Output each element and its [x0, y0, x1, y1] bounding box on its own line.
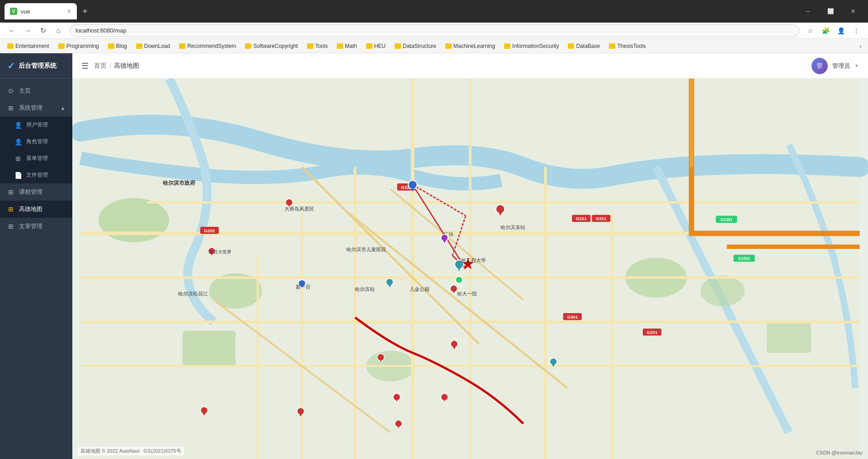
map-svg: G222 G221 G221 G301 G201 G202 G1001 G100… — [72, 79, 868, 459]
folder-icon — [58, 43, 65, 49]
svg-text:G1001: G1001 — [738, 256, 750, 261]
sidebar-item-map[interactable]: ⊞ 高德地图 — [0, 201, 72, 218]
folder-icon — [7, 43, 14, 49]
bookmark-thesistools[interactable]: ThesisTools — [605, 42, 649, 50]
home-button[interactable]: ⌂ — [52, 24, 65, 37]
system-icon: ⊞ — [7, 104, 14, 112]
bookmark-download[interactable]: DownLoad — [132, 42, 174, 50]
new-tab-button[interactable]: + — [79, 5, 91, 18]
svg-text:哈尔滨市政府: 哈尔滨市政府 — [163, 180, 196, 186]
sidebar-item-label: 课程管理 — [19, 188, 42, 196]
extension-icon[interactable]: 🧩 — [819, 24, 832, 37]
sidebar: ✓ 后台管理系统 ⊙ 主页 ⊞ 系统管理 ▲ 👤 用户管理 👤 角色管理 — [0, 53, 72, 459]
sidebar-item-label: 文章管理 — [19, 222, 42, 230]
forward-button[interactable]: → — [21, 24, 34, 37]
sidebar-item-articles[interactable]: ⊞ 文章管理 — [0, 218, 72, 235]
folder-icon — [179, 43, 185, 49]
bookmark-heu[interactable]: HEU — [363, 42, 389, 50]
folder-icon — [609, 43, 615, 49]
bookmark-programming[interactable]: Programming — [55, 42, 103, 50]
map-attribution-right: CSDN @IronmanJay — [816, 450, 863, 455]
svg-point-51 — [456, 276, 463, 284]
top-bar: ☰ 首页 / 高德地图 管 管理员 ▼ — [72, 53, 868, 79]
maximize-button[interactable]: ⬜ — [820, 5, 841, 18]
admin-dropdown-arrow[interactable]: ▼ — [854, 63, 859, 68]
folder-icon — [366, 43, 373, 49]
role-icon: 👤 — [14, 138, 22, 145]
nav-controls: ← → ↻ ⌂ — [5, 24, 65, 37]
hamburger-button[interactable]: ☰ — [81, 61, 89, 71]
folder-icon — [568, 43, 574, 49]
refresh-button[interactable]: ↻ — [36, 24, 50, 37]
bookmark-softwarecopyright[interactable]: SoftwareCopyright — [241, 42, 302, 50]
sidebar-item-label: 文件管理 — [26, 171, 48, 179]
svg-text:G221: G221 — [596, 216, 607, 221]
bookmark-blog[interactable]: Blog — [104, 42, 131, 50]
svg-text:大师岛风景区: 大师岛风景区 — [284, 206, 314, 211]
bookmark-math[interactable]: Math — [333, 42, 361, 50]
breadcrumb-separator: / — [109, 62, 111, 70]
svg-text:哈大一院: 哈大一院 — [457, 291, 477, 296]
svg-text:哈尔滨松花江: 哈尔滨松花江 — [178, 291, 208, 296]
avatar: 管 — [811, 58, 828, 74]
folder-icon — [337, 43, 343, 49]
sidebar-item-roles[interactable]: 👤 角色管理 — [0, 133, 72, 150]
svg-text:哈尔滨市儿童医院: 哈尔滨市儿童医院 — [346, 247, 386, 252]
close-button[interactable]: ✕ — [843, 5, 863, 18]
menu-icon: ⊞ — [14, 155, 22, 162]
svg-point-1 — [99, 198, 170, 242]
sidebar-item-menus[interactable]: ⊞ 菜单管理 — [0, 150, 72, 167]
active-tab[interactable]: V vue ✕ — [5, 3, 77, 19]
address-actions: ☆ 🧩 👤 ⋮ — [804, 24, 863, 37]
map-attribution: 高德地图 © 2022 AutoNavi · GS(2021)6375号 — [78, 447, 184, 455]
star-icon[interactable]: ☆ — [804, 24, 816, 37]
svg-text:哈尔滨站: 哈尔滨站 — [355, 286, 375, 292]
sidebar-item-files[interactable]: 📄 文件管理 — [0, 167, 72, 183]
bookmarks-more-button[interactable]: › — [857, 42, 864, 51]
minimize-button[interactable]: ─ — [797, 5, 818, 18]
folder-icon — [108, 43, 114, 49]
map-container[interactable]: G222 G221 G221 G301 G201 G202 G1001 G100… — [72, 79, 868, 459]
sidebar-logo: ✓ 后台管理系统 — [0, 53, 72, 79]
sidebar-item-users[interactable]: 👤 用户管理 — [0, 117, 72, 133]
bookmark-informationsecurity[interactable]: InformationSecurity — [500, 42, 562, 50]
map-icon: ⊞ — [7, 206, 14, 213]
sidebar-menu: ⊙ 主页 ⊞ 系统管理 ▲ 👤 用户管理 👤 角色管理 ⊞ 菜单管 — [0, 79, 72, 459]
window-controls: ─ ⬜ ✕ — [797, 5, 863, 18]
home-icon: ⊙ — [7, 87, 14, 94]
expand-arrow: ▲ — [61, 106, 65, 111]
tab-close-button[interactable]: ✕ — [67, 8, 71, 14]
folder-icon — [395, 43, 401, 49]
bookmark-machinelearning[interactable]: MachineLearning — [442, 42, 499, 50]
svg-text:广场: 广场 — [443, 231, 453, 237]
bookmark-tools[interactable]: Tools — [303, 42, 331, 50]
sidebar-item-home[interactable]: ⊙ 主页 — [0, 82, 72, 99]
sidebar-item-label: 角色管理 — [26, 138, 48, 145]
svg-text:G201: G201 — [646, 330, 657, 335]
svg-point-5 — [700, 276, 745, 307]
browser-chrome: V vue ✕ + ─ ⬜ ✕ — [0, 0, 868, 23]
svg-rect-6 — [767, 322, 811, 353]
sidebar-item-courses[interactable]: ⊞ 课程管理 — [0, 183, 72, 201]
bookmark-recommendsystem[interactable]: RecommendSystem — [175, 42, 240, 50]
bookmark-entertainment[interactable]: Entertainment — [4, 42, 53, 50]
sidebar-item-label: 主页 — [19, 87, 31, 95]
tab-label: vue — [21, 8, 30, 15]
address-bar: ← → ↻ ⌂ ☆ 🧩 👤 ⋮ — [0, 23, 868, 39]
folder-icon — [136, 43, 142, 49]
url-input[interactable] — [70, 24, 799, 37]
bookmark-database[interactable]: DataBase — [564, 42, 604, 50]
main-layout: ✓ 后台管理系统 ⊙ 主页 ⊞ 系统管理 ▲ 👤 用户管理 👤 角色管理 — [0, 53, 868, 459]
file-icon: 📄 — [14, 172, 22, 179]
folder-icon — [504, 43, 510, 49]
bookmark-datastructure[interactable]: DataStructure — [391, 42, 440, 50]
sidebar-item-system[interactable]: ⊞ 系统管理 ▲ — [0, 99, 72, 117]
sidebar-item-label: 高德地图 — [19, 205, 42, 213]
back-button[interactable]: ← — [5, 24, 19, 37]
breadcrumb-home[interactable]: 首页 — [94, 62, 107, 70]
tab-bar: V vue ✕ + — [5, 0, 794, 23]
account-icon[interactable]: 👤 — [835, 24, 847, 37]
course-icon: ⊞ — [7, 188, 14, 196]
tab-favicon: V — [10, 8, 17, 15]
settings-icon[interactable]: ⋮ — [850, 24, 863, 37]
